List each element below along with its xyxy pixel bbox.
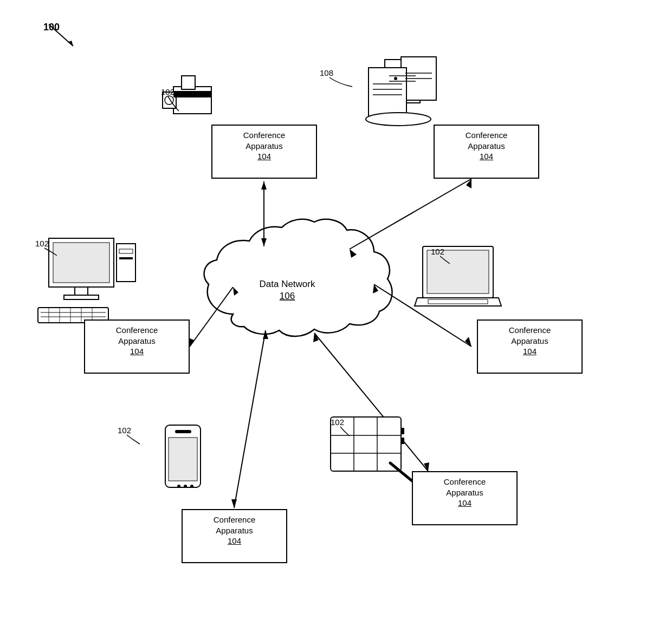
svg-point-31 [394, 77, 397, 80]
svg-rect-20 [173, 87, 211, 114]
svg-line-14 [234, 330, 266, 508]
svg-rect-54 [428, 299, 488, 304]
box-phone-label: ConferenceApparatus [189, 514, 280, 536]
svg-point-59 [184, 485, 187, 488]
box-camera: ConferenceApparatus 104 [211, 125, 317, 179]
svg-marker-3 [261, 181, 267, 190]
box-phone: ConferenceApparatus 104 [182, 509, 287, 563]
desktop-device [38, 238, 135, 323]
svg-rect-23 [182, 76, 195, 89]
box-laptop: ConferenceApparatus 104 [477, 320, 583, 374]
box-camera-label: ConferenceApparatus [219, 130, 309, 151]
svg-rect-42 [119, 249, 133, 253]
box-desktop: ConferenceApparatus 104 [84, 320, 190, 374]
svg-rect-56 [175, 430, 191, 433]
box-server: ConferenceApparatus 104 [434, 125, 539, 179]
svg-rect-43 [119, 257, 133, 259]
svg-rect-38 [53, 243, 109, 283]
box-laptop-label: ConferenceApparatus [484, 325, 575, 346]
svg-rect-53 [427, 250, 489, 294]
ref-tablet-102: 102 [331, 418, 344, 427]
box-tablet-ref: 104 [419, 498, 510, 508]
laptop-device [415, 246, 501, 306]
box-camera-ref: 104 [219, 151, 309, 162]
box-laptop-ref: 104 [484, 346, 575, 357]
box-desktop-ref: 104 [92, 346, 182, 357]
svg-rect-66 [401, 428, 404, 434]
ref-camera-102: 102 [161, 87, 175, 96]
ref-server-108: 108 [320, 68, 333, 77]
box-server-ref: 104 [441, 151, 532, 162]
svg-line-5 [350, 179, 471, 249]
svg-rect-40 [64, 295, 99, 299]
network-label: Data Network [260, 279, 315, 289]
ref-phone-102: 102 [118, 426, 131, 435]
svg-point-58 [177, 485, 180, 488]
box-server-label: ConferenceApparatus [441, 130, 532, 151]
svg-rect-24 [173, 91, 211, 97]
svg-rect-57 [169, 438, 197, 481]
ref-laptop-102: 102 [431, 247, 444, 256]
svg-rect-67 [401, 438, 404, 444]
box-tablet-label: ConferenceApparatus [419, 477, 510, 498]
cloud-shape [204, 219, 392, 336]
box-phone-ref: 104 [189, 536, 280, 546]
phone-device [165, 425, 201, 488]
box-desktop-label: ConferenceApparatus [92, 325, 182, 346]
svg-point-36 [366, 113, 431, 126]
box-tablet: ConferenceApparatus 104 [412, 471, 518, 525]
network-ref: 106 [280, 291, 295, 301]
ref-desktop-102: 102 [35, 239, 49, 248]
svg-marker-15 [231, 499, 237, 508]
server-device [366, 57, 436, 126]
svg-point-60 [190, 485, 193, 488]
tablet-device [331, 417, 424, 492]
diagram-container: 100 Data Network 106 [0, 0, 672, 639]
